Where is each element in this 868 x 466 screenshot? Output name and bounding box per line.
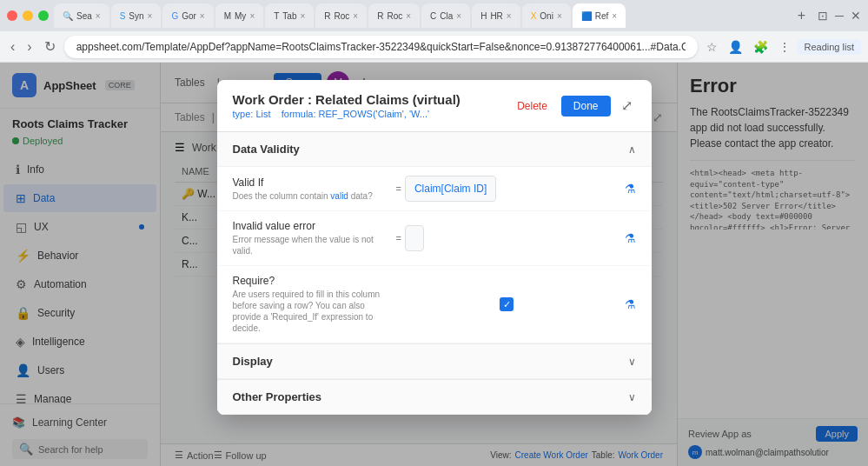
back-button[interactable]: ‹ (7, 36, 18, 58)
browser-chrome: 🔍Sea× SSyn× GGor× MMy× TTab× RRoc× RRoc×… (0, 0, 868, 31)
modal-subtitle: type: List formula: REF_ROWS('Claim', 'W… (233, 109, 511, 119)
invalid-error-desc: Error message when the value is not vali… (233, 234, 389, 256)
invalid-value-error-row: Invalid value error Error message when t… (217, 211, 652, 266)
delete-button[interactable]: Delete (510, 97, 554, 116)
chevron-down-icon-2: ∨ (628, 391, 636, 403)
valid-link[interactable]: valid (330, 191, 348, 201)
chevron-up-icon: ∧ (628, 143, 636, 156)
toolbar-icons: ☆ 👤 🧩 ⋮ Reading list (703, 37, 861, 57)
valid-if-row: Valid If Does the column contain valid d… (217, 167, 652, 211)
bookmark-btn[interactable]: ☆ (703, 37, 721, 57)
require-label: Require? (233, 275, 389, 287)
browser-tab[interactable]: SSyn× (111, 3, 162, 28)
browser-tab[interactable]: MMy× (215, 3, 264, 28)
equals-sign: = (396, 183, 401, 194)
more-btn[interactable]: ⋮ (775, 37, 794, 57)
valid-if-value-area: = Claim[Claim ID] (396, 176, 618, 202)
maximize-window-btn[interactable] (38, 10, 49, 21)
require-checkbox-area[interactable]: ✓ (396, 297, 618, 311)
profile-btn[interactable]: 👤 (725, 37, 746, 57)
data-validity-body: Valid If Does the column contain valid d… (217, 167, 652, 343)
window-controls (7, 10, 49, 21)
done-button[interactable]: Done (561, 96, 611, 116)
expand-button[interactable]: ⤢ (618, 94, 636, 117)
invalid-error-label-block: Invalid value error Error message when t… (233, 220, 389, 256)
invalid-error-value[interactable] (405, 225, 424, 251)
require-label-block: Require? Are users required to fill in t… (233, 275, 389, 334)
restore-btn[interactable]: ⊡ (818, 9, 828, 23)
chevron-down-icon: ∨ (628, 356, 636, 368)
modal-title: Work Order : Related Claims (virtual) (233, 92, 511, 107)
close-window-btn[interactable] (7, 10, 17, 21)
modal-header: Work Order : Related Claims (virtual) ty… (217, 80, 652, 132)
require-desc: Are users required to fill in this colum… (233, 289, 389, 334)
browser-tab[interactable]: XOni× (522, 3, 571, 28)
close-btn[interactable]: ✕ (851, 9, 861, 23)
other-properties-section: Other Properties ∨ (217, 379, 652, 415)
modal-overlay: Work Order : Related Claims (virtual) ty… (0, 63, 868, 466)
display-section-header[interactable]: Display ∨ (217, 344, 652, 379)
valid-if-label-block: Valid If Does the column contain valid d… (233, 176, 389, 202)
forward-button[interactable]: › (23, 36, 35, 58)
address-input[interactable] (64, 36, 698, 58)
require-checkbox[interactable]: ✓ (500, 297, 514, 311)
reload-button[interactable]: ↻ (41, 35, 59, 58)
address-bar-row: ‹ › ↻ ☆ 👤 🧩 ⋮ Reading list (0, 31, 868, 63)
browser-tab[interactable]: GGor× (162, 3, 213, 28)
browser-tab[interactable]: RRoc× (315, 3, 367, 28)
display-title: Display (233, 355, 273, 368)
other-properties-section-header[interactable]: Other Properties ∨ (217, 380, 652, 415)
display-section: Display ∨ (217, 343, 652, 379)
flask-icon-2[interactable]: ⚗ (625, 231, 636, 245)
minimize-window-btn[interactable] (23, 10, 33, 21)
modal-body: Data Validity ∧ Valid If Does the column… (217, 132, 652, 415)
browser-tab[interactable]: TTab× (265, 3, 314, 28)
equals-sign-2: = (396, 233, 401, 243)
valid-if-desc: Does the column contain valid data? (233, 190, 389, 202)
browser-tab[interactable]: RRoc× (368, 3, 420, 28)
valid-if-value[interactable]: Claim[Claim ID] (405, 176, 496, 202)
checkmark-icon: ✓ (503, 299, 511, 310)
formula-label: formula: REF_ROWS('Claim', 'W...' (282, 109, 429, 119)
data-validity-title: Data Validity (233, 143, 300, 156)
flask-icon-3[interactable]: ⚗ (625, 297, 636, 311)
invalid-error-value-area: = (396, 225, 618, 251)
valid-if-label: Valid If (233, 176, 389, 189)
browser-tab[interactable]: CCla× (421, 3, 470, 28)
reading-list-btn[interactable]: Reading list (798, 39, 861, 55)
require-row: Require? Are users required to fill in t… (217, 266, 652, 343)
browser-tab[interactable]: HHR× (472, 3, 520, 28)
browser-tab[interactable]: 🔍Sea× (54, 3, 109, 28)
type-label: type: List (233, 109, 271, 119)
other-properties-title: Other Properties (233, 390, 322, 403)
browser-tab-active[interactable]: 🟦Ref× (573, 3, 626, 28)
data-validity-section-header[interactable]: Data Validity ∧ (217, 132, 652, 167)
extensions-btn[interactable]: 🧩 (750, 37, 772, 57)
minimize-btn[interactable]: ─ (835, 9, 844, 23)
browser-tabs: 🔍Sea× SSyn× GGor× MMy× TTab× RRoc× RRoc×… (54, 3, 789, 28)
flask-icon[interactable]: ⚗ (625, 182, 636, 196)
modal-actions: Delete Done ⤢ (510, 94, 635, 117)
invalid-error-label: Invalid value error (233, 220, 389, 232)
modal-title-block: Work Order : Related Claims (virtual) ty… (233, 92, 511, 119)
new-tab-button[interactable]: + (794, 8, 809, 23)
modal: Work Order : Related Claims (virtual) ty… (217, 80, 652, 415)
